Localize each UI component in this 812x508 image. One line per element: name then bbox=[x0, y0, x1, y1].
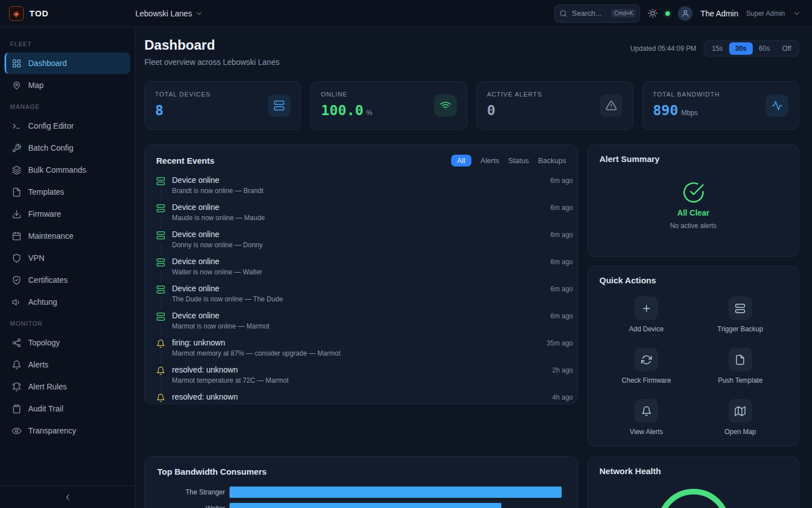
stat-label: TOTAL DEVICES bbox=[155, 91, 210, 98]
sidebar-nav[interactable]: FLEET Dashboard Map MANAGE Config Editor… bbox=[0, 27, 135, 485]
trigger-backup-button[interactable]: Trigger Backup bbox=[694, 296, 788, 333]
sidebar-item-transparency[interactable]: Transparency bbox=[5, 420, 130, 441]
sidebar-item-map[interactable]: Map bbox=[5, 75, 130, 96]
bandwidth-card: Top Bandwidth Consumers The Stranger Wal… bbox=[144, 456, 578, 508]
section-label-manage: MANAGE bbox=[5, 97, 130, 115]
event-time: 6m ago bbox=[550, 283, 573, 310]
events-list[interactable]: Device onlineBrandt is now online — Bran… bbox=[145, 171, 577, 404]
event-row: Device onlineWalter is now online — Walt… bbox=[156, 256, 573, 283]
tab-alerts[interactable]: Alerts bbox=[480, 155, 499, 167]
quick-actions-card: Quick Actions Add Device Trigger Backup bbox=[588, 266, 799, 446]
event-detail: The Dude is now online — The Dude bbox=[172, 295, 544, 303]
event-row: Device onlineThe Dude is now online — Th… bbox=[156, 283, 573, 310]
sidebar-item-alert-rules[interactable]: Alert Rules bbox=[5, 376, 130, 397]
org-switcher[interactable]: Lebowski Lanes bbox=[135, 9, 203, 18]
sidebar-item-topology[interactable]: Topology bbox=[5, 332, 130, 353]
quick-actions-title: Quick Actions bbox=[599, 275, 787, 285]
event-time: 6m ago bbox=[550, 256, 573, 283]
chevron-left-icon bbox=[63, 493, 72, 502]
push-template-button[interactable]: Push Template bbox=[694, 348, 788, 384]
stat-value: 0 bbox=[487, 102, 496, 119]
quick-action-label: Open Map bbox=[725, 428, 756, 436]
refresh-interval-control: 15s 30s 60s Off bbox=[704, 41, 799, 56]
open-map-button[interactable]: Open Map bbox=[694, 399, 788, 436]
health-ring-icon bbox=[651, 480, 736, 508]
event-detail: Donny is now online — Donny bbox=[172, 241, 544, 249]
refresh-option-15s[interactable]: 15s bbox=[705, 42, 729, 55]
check-firmware-button[interactable]: Check Firmware bbox=[599, 348, 694, 384]
event-detail: Walter is now online — Walter bbox=[172, 268, 544, 276]
stat-label: TOTAL BANDWIDTH bbox=[653, 91, 720, 98]
sidebar-item-vpn[interactable]: VPN bbox=[5, 247, 130, 269]
server-icon bbox=[735, 303, 745, 314]
sidebar-item-maintenance[interactable]: Maintenance bbox=[5, 225, 130, 247]
stat-card-total-devices: TOTAL DEVICES 8 bbox=[144, 81, 301, 130]
server-icon bbox=[156, 231, 165, 240]
sidebar-item-templates[interactable]: Templates bbox=[5, 181, 130, 203]
sidebar-item-dashboard[interactable]: Dashboard bbox=[5, 52, 130, 74]
bandwidth-chart: The Stranger Walter bbox=[157, 487, 565, 508]
sidebar-item-label: Config Editor bbox=[28, 121, 74, 130]
clipboard-icon bbox=[12, 404, 21, 414]
server-icon bbox=[156, 258, 165, 267]
theme-toggle-button[interactable] bbox=[648, 8, 657, 18]
sidebar-collapse-button[interactable] bbox=[0, 485, 135, 508]
sidebar-item-audit-trail[interactable]: Audit Trail bbox=[5, 398, 130, 419]
event-title: resolved: unknown bbox=[172, 391, 545, 401]
sidebar-item-label: VPN bbox=[28, 253, 45, 262]
sidebar-item-alerts[interactable]: Alerts bbox=[5, 354, 130, 375]
server-icon bbox=[156, 312, 165, 321]
terminal-icon bbox=[12, 121, 21, 131]
event-title: firing: unknown bbox=[172, 337, 540, 347]
sidebar-item-firmware[interactable]: Firmware bbox=[5, 203, 130, 225]
event-row: resolved: unknown 4h ago bbox=[156, 391, 573, 404]
event-detail: Maude is now online — Maude bbox=[172, 214, 544, 222]
alert-triangle-icon bbox=[606, 100, 617, 111]
avatar[interactable] bbox=[678, 6, 692, 21]
stat-label: ACTIVE ALERTS bbox=[487, 91, 542, 98]
sidebar-item-bulk-commands[interactable]: Bulk Commands bbox=[5, 159, 130, 181]
alert-status-text: All Clear bbox=[677, 208, 709, 217]
event-row: firing: unknownMarmot memory at 87% — co… bbox=[156, 337, 573, 364]
sidebar-item-label: Achtung bbox=[28, 297, 57, 306]
sidebar-item-label: Bulk Commands bbox=[28, 165, 86, 174]
sidebar-item-certificates[interactable]: Certificates bbox=[5, 269, 130, 291]
sidebar-item-config-editor[interactable]: Config Editor bbox=[5, 115, 130, 137]
add-device-button[interactable]: Add Device bbox=[599, 296, 694, 333]
tab-all[interactable]: All bbox=[451, 155, 471, 167]
sidebar-item-label: Audit Trail bbox=[28, 404, 63, 413]
event-title: Device online bbox=[172, 283, 544, 293]
view-alerts-button[interactable]: View Alerts bbox=[599, 399, 694, 436]
server-icon bbox=[273, 100, 285, 111]
stat-value: 100.0 bbox=[321, 102, 363, 119]
sidebar-item-label: Maintenance bbox=[28, 231, 73, 240]
network-health-title: Network Health bbox=[599, 466, 787, 476]
stat-card-total-bandwidth: TOTAL BANDWIDTH 890 Mbps bbox=[642, 81, 799, 130]
tab-status[interactable]: Status bbox=[508, 155, 529, 167]
logo-diamond-icon: ◈ bbox=[14, 9, 20, 18]
user-menu-chevron-icon[interactable] bbox=[793, 10, 801, 17]
server-icon bbox=[156, 285, 165, 294]
event-row: Device onlineDonny is now online — Donny… bbox=[156, 229, 573, 256]
search-input[interactable] bbox=[572, 9, 607, 17]
stat-value: 8 bbox=[155, 102, 164, 119]
stat-card-online: ONLINE 100.0 % bbox=[310, 81, 467, 130]
bell-icon bbox=[156, 339, 165, 348]
calendar-icon bbox=[12, 231, 21, 241]
sun-icon bbox=[648, 8, 657, 18]
layers-icon bbox=[12, 165, 21, 175]
refresh-option-30s[interactable]: 30s bbox=[729, 42, 753, 55]
network-health-card: Network Health bbox=[588, 457, 799, 508]
alert-summary-title: Alert Summary bbox=[599, 154, 787, 164]
sidebar-item-achtung[interactable]: Achtung bbox=[5, 291, 130, 313]
download-icon bbox=[12, 209, 21, 219]
refresh-option-off[interactable]: Off bbox=[776, 42, 797, 55]
server-icon bbox=[156, 204, 165, 213]
shield-check-icon bbox=[12, 275, 21, 285]
search-box[interactable]: Cmd+K bbox=[554, 5, 640, 23]
tab-backups[interactable]: Backups bbox=[538, 155, 566, 167]
quick-action-label: Add Device bbox=[629, 325, 664, 333]
sidebar-item-label: Batch Config bbox=[28, 143, 73, 152]
refresh-option-60s[interactable]: 60s bbox=[753, 42, 776, 55]
sidebar-item-batch-config[interactable]: Batch Config bbox=[5, 137, 130, 159]
